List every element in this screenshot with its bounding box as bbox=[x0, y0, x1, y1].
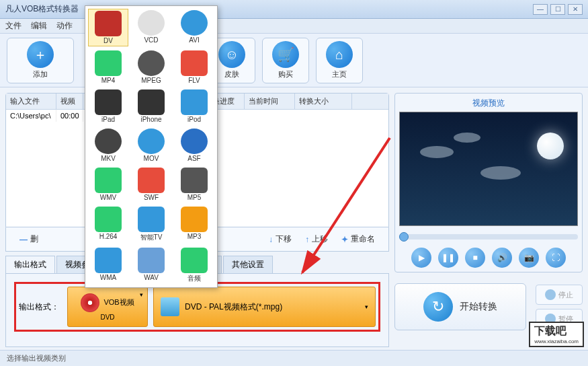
format-icon bbox=[138, 50, 165, 76]
format-item-swf[interactable]: SWF bbox=[131, 166, 171, 203]
format-icon bbox=[181, 50, 208, 76]
format-item-avi[interactable]: AVI bbox=[174, 9, 214, 46]
pause-button[interactable]: ❚❚ bbox=[438, 248, 458, 268]
move-up-button[interactable]: ↑上移 bbox=[305, 233, 328, 245]
format-label: MP5 bbox=[187, 194, 202, 201]
smile-icon: ☺ bbox=[218, 41, 245, 68]
maximize-button[interactable]: ☐ bbox=[550, 4, 565, 15]
format-icon bbox=[138, 129, 165, 154]
col-video[interactable]: 视频 bbox=[56, 94, 83, 109]
home-icon: ⌂ bbox=[326, 41, 353, 68]
plus-icon: ＋ bbox=[27, 41, 54, 68]
col-time[interactable]: 当前时间 bbox=[245, 94, 295, 109]
format-label: WMA bbox=[100, 274, 116, 281]
preview-panel: 视频预览 ▶ ❚❚ ■ 🔊 📷 ⛶ bbox=[394, 93, 583, 272]
delete-button[interactable]: —删 bbox=[19, 233, 38, 245]
tab-other-settings[interactable]: 其他设置 bbox=[223, 256, 273, 273]
format-label: MP4 bbox=[101, 77, 116, 84]
minimize-button[interactable]: — bbox=[533, 4, 548, 15]
snapshot-button[interactable]: 📷 bbox=[519, 248, 539, 268]
format-label: AVI bbox=[189, 36, 199, 44]
format-item-智能tv[interactable]: 智能TV bbox=[131, 205, 171, 244]
format-icon bbox=[138, 10, 165, 36]
format-icon bbox=[138, 89, 165, 115]
play-button[interactable]: ▶ bbox=[411, 248, 431, 268]
format-item-ipad[interactable]: iPad bbox=[88, 88, 128, 124]
home-button[interactable]: ⌂ 主页 bbox=[316, 38, 363, 83]
stop-button[interactable]: ■ bbox=[465, 248, 485, 268]
format-item-vcd[interactable]: VCD bbox=[131, 9, 171, 46]
format-icon bbox=[138, 248, 165, 273]
format-item-flv[interactable]: FLV bbox=[174, 49, 214, 85]
format-icon bbox=[181, 168, 208, 193]
format-label: FLV bbox=[188, 77, 200, 84]
format-item-mp4[interactable]: MP4 bbox=[88, 49, 128, 85]
format-item-iphone[interactable]: iPhone bbox=[131, 88, 171, 124]
format-label: ASF bbox=[187, 155, 200, 162]
format-item-asf[interactable]: ASF bbox=[174, 127, 214, 163]
format-category-menu: DVVCDAVIMP4MPEGFLViPadiPhoneiPodMKVMOVAS… bbox=[85, 5, 218, 288]
rename-button[interactable]: ✦重命名 bbox=[341, 233, 375, 245]
tab-output-format[interactable]: 输出格式 bbox=[5, 256, 55, 273]
format-item-dv[interactable]: DV bbox=[88, 9, 128, 46]
add-button[interactable]: ＋ 添加 bbox=[7, 38, 74, 83]
output-format-label: 输出格式： bbox=[19, 301, 59, 313]
cart-icon: 🛒 bbox=[272, 41, 299, 68]
start-convert-button[interactable]: ↻ 开始转换 bbox=[394, 283, 526, 330]
chevron-down-icon: ▾ bbox=[140, 291, 143, 298]
stop-convert-button[interactable]: 停止 bbox=[536, 285, 583, 305]
output-format-dropdown[interactable]: DVD - PAL视频格式(*.mpg) ▾ bbox=[153, 287, 376, 327]
format-item-mpeg[interactable]: MPEG bbox=[131, 49, 171, 85]
format-item-音频[interactable]: 音频 bbox=[174, 246, 214, 285]
slider-thumb[interactable] bbox=[399, 232, 409, 242]
format-item-wav[interactable]: WAV bbox=[131, 246, 171, 285]
format-icon bbox=[95, 129, 122, 154]
format-label: WMV bbox=[100, 194, 116, 201]
format-icon bbox=[95, 168, 122, 193]
close-button[interactable]: ✕ bbox=[568, 4, 583, 15]
move-down-button[interactable]: ↓下移 bbox=[269, 233, 292, 245]
format-label: MP3 bbox=[187, 233, 202, 240]
progress-slider[interactable] bbox=[399, 234, 578, 240]
format-label: MPEG bbox=[141, 77, 161, 84]
menu-edit[interactable]: 编辑 bbox=[31, 20, 47, 32]
buy-button[interactable]: 🛒 购买 bbox=[262, 38, 309, 83]
format-icon bbox=[95, 50, 122, 76]
output-category-dropdown[interactable]: ▾ VOB视频 DVD bbox=[67, 287, 148, 327]
format-label: WAV bbox=[144, 274, 159, 281]
rename-icon: ✦ bbox=[341, 235, 348, 244]
disc-icon bbox=[81, 293, 99, 312]
volume-button[interactable]: 🔊 bbox=[492, 248, 512, 268]
format-icon bbox=[138, 168, 165, 193]
fullscreen-button[interactable]: ⛶ bbox=[546, 248, 566, 268]
format-label: DV bbox=[103, 37, 113, 44]
format-icon bbox=[181, 10, 208, 36]
arrow-down-icon: ↓ bbox=[269, 235, 273, 244]
menu-action[interactable]: 动作 bbox=[56, 20, 73, 32]
format-label: H.264 bbox=[99, 233, 118, 240]
format-icon bbox=[181, 207, 208, 232]
format-item-ipod[interactable]: iPod bbox=[174, 88, 214, 124]
col-input-file[interactable]: 输入文件 bbox=[6, 94, 56, 109]
format-item-mp5[interactable]: MP5 bbox=[174, 166, 214, 203]
format-label: 音频 bbox=[187, 274, 201, 283]
status-text: 选择输出视频类别 bbox=[7, 353, 66, 363]
col-size[interactable]: 转换大小 bbox=[295, 94, 352, 109]
format-icon bbox=[95, 11, 122, 36]
format-item-mkv[interactable]: MKV bbox=[88, 127, 128, 163]
statusbar: 选择输出视频类别 bbox=[0, 350, 588, 366]
menu-file[interactable]: 文件 bbox=[5, 20, 22, 32]
format-item-mp3[interactable]: MP3 bbox=[174, 205, 214, 244]
preview-image bbox=[399, 112, 578, 226]
format-item-wmv[interactable]: WMV bbox=[88, 166, 128, 203]
format-item-h.264[interactable]: H.264 bbox=[88, 205, 128, 244]
format-icon bbox=[95, 207, 122, 232]
preview-title: 视频预览 bbox=[399, 98, 578, 109]
minus-icon: — bbox=[19, 235, 28, 244]
format-icon bbox=[138, 207, 165, 232]
format-label: VCD bbox=[144, 36, 158, 44]
format-icon bbox=[95, 248, 122, 273]
format-item-wma[interactable]: WMA bbox=[88, 246, 128, 285]
format-item-mov[interactable]: MOV bbox=[131, 127, 171, 163]
window-title: 凡人VOB格式转换器 bbox=[5, 3, 79, 15]
